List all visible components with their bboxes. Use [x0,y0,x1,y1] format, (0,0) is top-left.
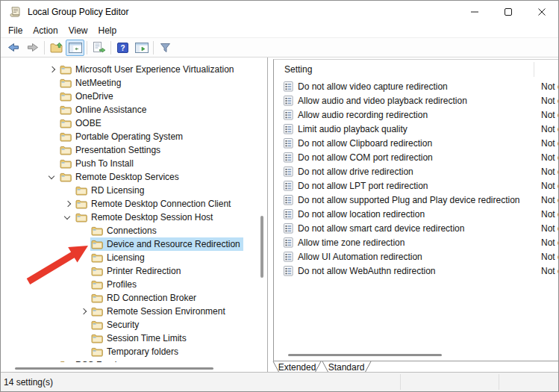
tree-item[interactable]: Presentation Settings [1,143,267,157]
tree-item-label: Push To Install [75,158,134,169]
setting-name: Allow UI Automation redirection [298,252,422,262]
setting-state: Not configured [541,110,559,120]
tree-item-label: Microsoft User Experience Virtualization [75,64,234,75]
setting-row[interactable]: Do not allow smart card device redirecti… [274,221,559,235]
tree-item[interactable]: Remote Desktop Session Host [1,211,267,224]
chevron-right-icon[interactable] [77,305,90,317]
tree-item[interactable]: Profiles [1,278,267,291]
filter-button[interactable] [156,40,175,56]
chevron-right-icon[interactable] [46,63,59,75]
chevron-down-icon[interactable] [46,171,59,183]
setting-column-header[interactable]: Setting [284,64,312,75]
setting-row[interactable]: Do not allow drive redirectionNot config… [274,164,559,178]
tree-item[interactable]: Printer Redirection [1,264,267,278]
back-arrow-icon [7,42,20,53]
setting-name: Allow audio and video playback redirecti… [298,96,467,106]
tree-item[interactable]: Remote Desktop Services [1,170,267,184]
setting-row[interactable]: Allow audio and video playback redirecti… [274,93,559,108]
help-icon: ? [117,43,128,53]
tree-item[interactable]: OOBE [1,116,267,130]
tree-item-label: Remote Desktop Services [75,172,179,182]
show-hide-console-tree-button[interactable] [66,40,84,56]
folder-icon [60,145,72,155]
setting-row[interactable]: Allow time zone redirectionNot configure… [274,235,559,249]
console-tree-pane: Microsoft User Experience Virtualization… [1,57,268,372]
policy-setting-icon [284,209,293,220]
setting-row[interactable]: Do not allow Clipboard redirectionNot co… [274,136,559,150]
minimize-button[interactable] [457,1,491,23]
setting-row[interactable]: Limit audio playback qualityNot configur… [274,122,559,136]
tree-item[interactable]: Session Time Limits [1,332,267,345]
setting-row[interactable]: Do not allow location redirectionNot con… [274,207,559,221]
tree-item-label: Online Assistance [75,105,146,115]
help-button[interactable]: ? [113,40,132,56]
setting-state: Not configured [541,167,559,177]
chevron-spacer [77,319,90,331]
chevron-spacer [77,332,90,344]
tree-item[interactable]: Licensing [1,251,267,264]
tree-item[interactable]: Portable Operating System [1,130,267,143]
tree-item[interactable]: Security [1,318,267,332]
folder-icon [91,252,103,263]
tree-item[interactable]: RD Connection Broker [1,291,267,305]
setting-row[interactable]: Allow audio recording redirectionNot con… [274,108,559,122]
tree-item-label: Remote Desktop Session Host [91,212,213,223]
setting-row[interactable]: Do not allow supported Plug and Play dev… [274,193,559,207]
chevron-spacer [46,77,59,89]
setting-row[interactable]: Do not allow COM port redirectionNot con… [274,150,559,164]
chevron-spacer [46,117,59,129]
tree-item[interactable]: Remote Desktop Connection Client [1,197,267,211]
setting-state: Not configured [541,209,559,220]
tab-extended-label[interactable]: Extended [278,362,316,373]
policy-setting-icon [284,110,293,120]
menu-view[interactable]: View [63,23,93,37]
tree-item[interactable]: Remote Session Environment [1,305,267,318]
console-tree-icon [69,43,82,53]
tree-item[interactable]: Temporary folders [1,345,267,358]
export-list-button[interactable] [90,40,108,56]
setting-row[interactable]: Allow UI Automation redirectionNot confi… [274,249,559,264]
tree-item-selected[interactable]: Device and Resource Redirection [1,237,267,251]
chevron-spacer [77,279,90,290]
forward-button[interactable] [23,40,42,56]
menu-file[interactable]: File [3,23,28,37]
column-separator[interactable] [534,62,534,77]
folder-icon [91,225,103,236]
policy-setting-icon [284,138,293,149]
show-properties-button[interactable] [132,40,151,56]
menu-action[interactable]: Action [28,23,63,37]
folder-icon [91,346,103,357]
tree-item[interactable]: Microsoft User Experience Virtualization [1,63,267,76]
tree-item-label: OOBE [75,118,102,128]
tree-vertical-scrollbar[interactable] [260,216,263,278]
tree-item-label: RD Connection Broker [107,293,196,303]
setting-row[interactable]: Do not allow WebAuthn redirectionNot con… [274,264,559,278]
chevron-right-icon[interactable] [61,198,75,210]
tree-horizontal-scrollbar[interactable] [15,367,213,370]
folder-icon [60,172,72,182]
tree-item[interactable]: Online Assistance [1,103,267,116]
list-horizontal-scrollbar[interactable] [288,354,442,356]
setting-state: Not configured [541,252,559,262]
setting-row[interactable]: Do not allow video capture redirectionNo… [274,79,559,93]
tree: Microsoft User Experience Virtualization… [1,57,267,372]
up-one-level-button[interactable] [47,40,66,56]
folder-icon [60,91,72,102]
tree-item-label: Security [107,320,139,330]
tab-standard-label[interactable]: Standard [328,362,365,373]
tree-item[interactable]: Connections [1,224,267,237]
tree-item[interactable]: OneDrive [1,90,267,103]
tree-item[interactable]: NetMeeting [1,76,267,90]
folder-icon [60,64,72,75]
folder-up-icon [50,42,63,53]
setting-row[interactable]: Do not allow LPT port redirectionNot con… [274,178,559,193]
tree-item[interactable]: RD Licensing [1,184,267,197]
tree-item[interactable]: Push To Install [1,157,267,170]
menu-help[interactable]: Help [93,23,122,37]
chevron-down-icon[interactable] [61,211,75,223]
toolbar-separator [44,41,45,55]
maximize-button[interactable] [491,1,525,23]
tree-item-label: Profiles [107,279,137,290]
back-button[interactable] [4,40,23,56]
close-button[interactable] [525,1,558,23]
